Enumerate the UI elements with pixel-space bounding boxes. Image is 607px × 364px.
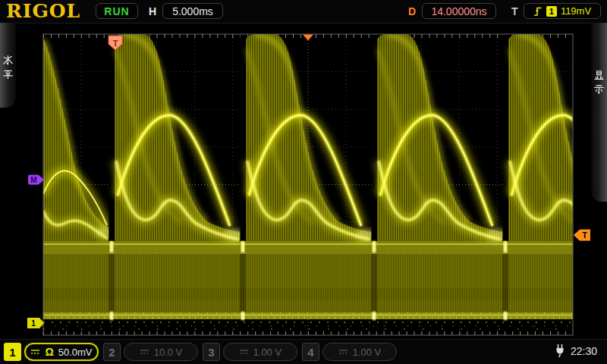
channel-2-badge[interactable]: 2 [103,343,121,361]
rigol-logo: RIGOL [6,0,80,22]
channel-3-badge[interactable]: 3 [203,343,220,361]
waveform-display: T M T 1 [0,23,607,340]
svg-text:T: T [113,39,118,48]
math-channel-marker[interactable]: M [28,175,44,185]
clock-time: 22:30 [571,345,597,357]
channel1-zero-marker[interactable]: 1 [27,318,44,328]
dc-coupling-icon [239,348,249,356]
trigger-label: T [511,5,518,17]
delay-value[interactable]: 14.00000ns [422,3,496,19]
dc-coupling-icon [140,348,149,356]
oscilloscope-screen: RIGOL RUN H 5.000ms D 14.00000ns T 1 119… [0,0,607,364]
channel-1-badge[interactable]: 1 [4,343,21,361]
channel-4-scale[interactable]: 1.00 V [322,343,397,361]
plug-icon [554,344,566,357]
run-status-badge: RUN [96,3,138,19]
trigger-source-badge: 1 [546,6,557,17]
dc-coupling-icon [338,348,348,356]
trigger-status[interactable]: 1 119mV [524,3,601,19]
svg-text:M: M [30,176,36,184]
delay-label: D [408,5,416,17]
svg-text:T: T [582,231,587,240]
rising-edge-icon [533,6,543,17]
horizontal-reference-marker[interactable] [303,35,313,41]
dc-coupling-icon [30,348,40,356]
channel-3-scale[interactable]: 1.00 V [223,343,297,361]
channel-4-scale-value: 1.00 V [353,347,382,358]
channel-1-scale-value: 50.0mV [58,347,93,358]
channel-2-scale-value: 10.0 V [154,347,183,358]
channel1-persistence-trace [43,34,607,329]
svg-text:1: 1 [31,319,36,328]
timebase-value[interactable]: 5.000ms [162,3,223,19]
impedance-symbol: Ω [45,346,53,358]
channel-2-scale[interactable]: 10.0 V [124,343,198,361]
trigger-level-value: 119mV [561,5,591,17]
trigger-level-marker[interactable]: T [574,230,590,241]
horizontal-label: H [149,5,156,17]
burst-1 [43,38,112,241]
channel-1-scale[interactable]: Ω 50.0mV [24,343,99,361]
top-status-bar: RIGOL RUN H 5.000ms D 14.00000ns T 1 119… [0,0,607,24]
channel-4-badge[interactable]: 4 [302,343,319,361]
channel-status-bar: 1 Ω 50.0mV 2 10.0 V 3 1.00 V 4 [0,339,607,364]
channel-3-scale-value: 1.00 V [253,347,282,358]
